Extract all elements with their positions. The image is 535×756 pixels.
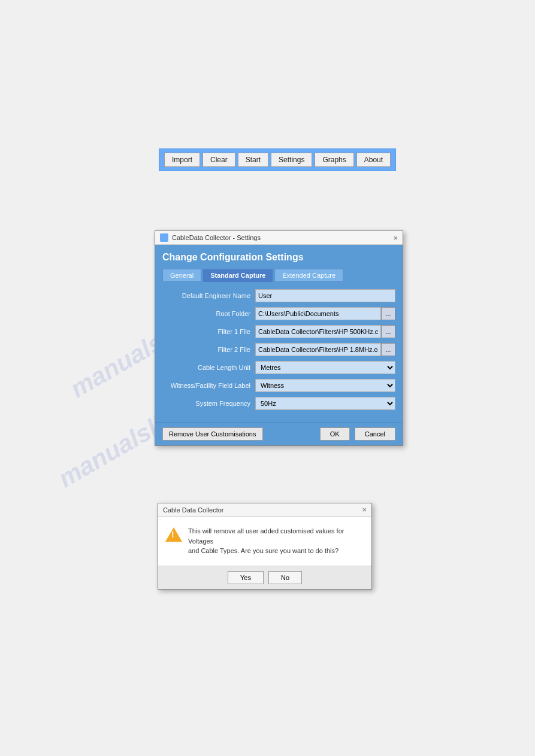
input-filter1-file[interactable] <box>255 325 381 338</box>
field-cable-length-unit: Cable Length Unit Metres Feet <box>162 361 395 374</box>
input-filter2-file[interactable] <box>255 343 381 356</box>
label-root-folder: Root Folder <box>162 310 255 317</box>
confirm-dialog: Cable Data Collector × This will remove … <box>158 503 372 590</box>
settings-form: Default Engineer Name Root Folder ... Fi… <box>162 289 395 410</box>
label-filter2-file: Filter 2 File <box>162 346 255 353</box>
select-system-frequency[interactable]: 50Hz 60Hz <box>255 397 395 410</box>
field-default-engineer-name: Default Engineer Name <box>162 289 395 302</box>
start-button[interactable]: Start <box>238 153 268 167</box>
label-filter1-file: Filter 1 File <box>162 328 255 335</box>
confirm-dialog-body: This will remove all user added customis… <box>158 517 371 566</box>
warning-triangle-shape <box>165 527 182 542</box>
settings-dialog-title: CableData Collector - Settings <box>172 234 261 241</box>
graphs-button[interactable]: Graphs <box>315 153 353 167</box>
field-system-frequency: System Frequency 50Hz 60Hz <box>162 397 395 410</box>
input-root-folder[interactable] <box>255 307 381 320</box>
about-button[interactable]: About <box>356 153 391 167</box>
settings-close-button[interactable]: × <box>393 234 398 242</box>
browse-filter1-file-button[interactable]: ... <box>381 325 395 338</box>
settings-cancel-button[interactable]: Cancel <box>355 427 395 441</box>
app-icon <box>160 233 168 242</box>
label-witness-facility: Witness/Facility Field Label <box>162 382 255 389</box>
settings-tabs: General Standard Capture Extended Captur… <box>162 269 395 282</box>
confirm-yes-button[interactable]: Yes <box>228 571 264 584</box>
confirm-message-line2: and Cable Types. Are you sure you want t… <box>188 547 338 554</box>
tab-standard-capture[interactable]: Standard Capture <box>202 269 273 282</box>
settings-dialog-body: Change Configuration Settings General St… <box>155 245 403 422</box>
settings-heading: Change Configuration Settings <box>162 252 395 263</box>
settings-ok-button[interactable]: OK <box>320 427 350 441</box>
tab-extended-capture[interactable]: Extended Capture <box>274 269 343 282</box>
main-toolbar: Import Clear Start Settings Graphs About <box>159 148 396 171</box>
label-cable-length-unit: Cable Length Unit <box>162 364 255 371</box>
confirm-message-line1: This will remove all user added customis… <box>188 527 344 545</box>
input-default-engineer-name[interactable] <box>255 289 395 302</box>
settings-dialog-titlebar: CableData Collector - Settings × <box>155 231 403 245</box>
tab-general[interactable]: General <box>162 269 201 282</box>
confirm-dialog-title: Cable Data Collector <box>163 506 224 514</box>
confirm-dialog-footer: Yes No <box>158 566 371 589</box>
warning-icon <box>165 526 182 543</box>
label-system-frequency: System Frequency <box>162 400 255 407</box>
settings-button[interactable]: Settings <box>271 153 312 167</box>
label-default-engineer-name: Default Engineer Name <box>162 292 255 299</box>
import-button[interactable]: Import <box>164 153 200 167</box>
browse-filter2-file-button[interactable]: ... <box>381 343 395 356</box>
settings-dialog-footer: Remove User Customisations OK Cancel <box>155 422 403 445</box>
confirm-message: This will remove all user added customis… <box>188 526 364 556</box>
confirm-no-button[interactable]: No <box>268 571 302 584</box>
remove-customisations-button[interactable]: Remove User Customisations <box>162 427 263 441</box>
field-root-folder: Root Folder ... <box>162 307 395 320</box>
browse-root-folder-button[interactable]: ... <box>381 307 395 320</box>
confirm-dialog-titlebar: Cable Data Collector × <box>158 503 371 517</box>
select-cable-length-unit[interactable]: Metres Feet <box>255 361 395 374</box>
field-filter2-file: Filter 2 File ... <box>162 343 395 356</box>
field-witness-facility: Witness/Facility Field Label Witness Fac… <box>162 379 395 392</box>
select-witness-facility[interactable]: Witness Facility <box>255 379 395 392</box>
clear-button[interactable]: Clear <box>202 153 235 167</box>
confirm-close-button[interactable]: × <box>362 506 367 514</box>
settings-dialog: CableData Collector - Settings × Change … <box>155 230 403 446</box>
field-filter1-file: Filter 1 File ... <box>162 325 395 338</box>
